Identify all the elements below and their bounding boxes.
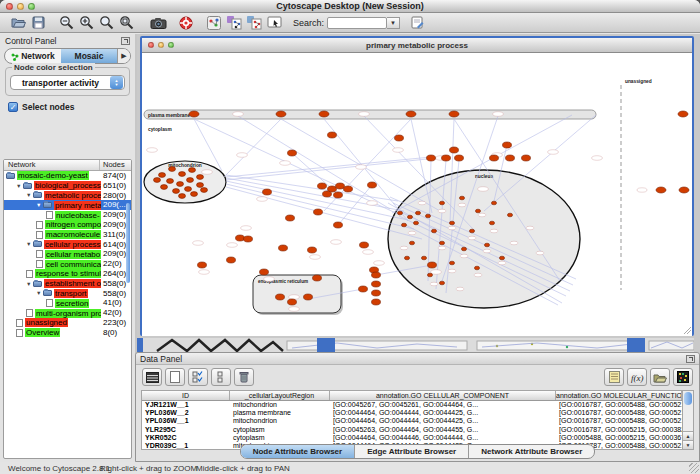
tree-scrollbar[interactable] [126,173,131,456]
tree-item-macromolecule[interactable]: macromolecule311(0) [4,230,131,240]
data-panel: Data Panel f(x) [135,352,700,462]
control-panel: Control Panel Network Mosaic ▶ Node colo… [0,34,137,462]
tree-body: mosaic-demo-yeast874(0)▼biological_proce… [4,171,131,338]
tree-header: Network Nodes [4,160,131,171]
table-row[interactable]: YKR052Ccytoplasm[GO:0044464, GO:0044446,… [142,434,682,442]
float-panel-icon[interactable] [686,355,695,363]
float-panel-icon[interactable] [121,37,130,45]
tree-item-overview[interactable]: Overview8(0) [4,328,131,338]
annotation-icon[interactable] [408,14,426,32]
column-header[interactable]: annotation.GO MOLECULAR_FUNCTION [556,391,682,400]
zoom-in-icon[interactable] [77,14,95,32]
select-nodes-checkbox[interactable]: ✓ [8,102,18,112]
import-attributes-icon[interactable] [650,368,670,386]
network-canvas[interactable]: plasma membranecytoplasmmitochondrionnuc… [142,53,692,336]
snapshot-icon[interactable] [149,14,167,32]
expand-arrow-icon[interactable]: ▼ [26,281,33,287]
table-row[interactable]: YPL036W__2plasma membrane[GO:0044464, GO… [142,409,682,417]
column-header[interactable]: _cellularLayoutRegion [230,391,330,400]
tree-item-primary-metabo[interactable]: ▼primary metabo209(... [4,200,131,210]
tab-network[interactable]: Network [5,49,61,63]
zoom-fit-icon[interactable] [97,14,115,32]
page-icon [36,250,43,258]
tree-item-transport[interactable]: ▼transport558(0) [4,289,131,299]
tree-item-secretion[interactable]: secretion41(0) [4,298,131,308]
tree-item-unassigned[interactable]: unassigned223(0) [4,318,131,328]
unselect-attributes-icon[interactable] [211,368,231,386]
table-cell: [GO:0016787, GO:0005488, GO:0005215, G..… [556,401,682,409]
tree-item-label: cellular metabo [45,250,101,259]
attribute-grid-icon[interactable] [142,368,162,386]
tree-col-network[interactable]: Network [4,160,100,170]
zoom-out-icon[interactable] [57,14,75,32]
delete-attribute-icon[interactable] [234,368,254,386]
unassigned-nodes [656,111,689,193]
group-legend: Node color selection [12,63,95,72]
page-icon [36,260,43,268]
create-view-icon[interactable] [265,14,283,32]
tree-item-biological-process[interactable]: ▼biological_process651(0) [4,181,131,191]
expand-arrow-icon[interactable]: ▼ [36,202,43,208]
tab-mosaic-label: Mosaic [75,51,104,61]
column-header[interactable]: ID [142,391,230,400]
attribute-list-icon[interactable] [604,368,624,386]
tab-edge-attribute-browser[interactable]: Edge Attribute Browser [354,445,468,458]
apply-layout-b-icon[interactable] [245,14,263,32]
open-session-icon[interactable] [9,14,27,32]
tree-item-establishment-of-lo[interactable]: ▼establishment of lo558(0) [4,279,131,289]
node-color-combobox[interactable]: transporter activity ▲▼ [10,75,125,90]
status-pan-hint: Middle-click + drag to PAN [196,464,290,473]
tree-item-metabolic-process[interactable]: ▼metabolic process280(0) [4,191,131,201]
table-row[interactable]: YPL036W__1mitochondrion[GO:0044464, GO:0… [142,417,682,425]
tab-node-attribute-browser[interactable]: Node Attribute Browser [241,445,355,458]
tab-overflow-icon[interactable]: ▶ [117,49,130,63]
network-window-titlebar[interactable]: primary metabolic process [142,38,692,53]
unassigned-label: unassigned [625,79,652,84]
search-label: Search: [293,18,324,28]
resize-grip[interactable] [689,463,699,473]
tab-mosaic[interactable]: Mosaic [61,49,117,63]
tree-item-multi-organism-pro[interactable]: multi-organism pro42(0) [4,308,131,318]
network-view-window: primary metabolic process plasma membran… [140,36,694,336]
network-desktop: primary metabolic process plasma membran… [137,34,700,462]
tree-item-nitrogen-compo[interactable]: nitrogen compo209(0) [4,220,131,230]
table-scrollbar[interactable]: ▲ ▼ [682,391,693,449]
select-attributes-icon[interactable] [188,368,208,386]
status-welcome: Welcome to Cytoscape 2.8.1 [8,464,110,473]
tree-item-cellular-process[interactable]: ▼cellular process614(0) [4,240,131,250]
expand-arrow-icon[interactable]: ▼ [26,241,33,247]
help-icon[interactable] [177,14,195,32]
column-header[interactable]: annotation.GO CELLULAR_COMPONENT [330,391,556,400]
expand-arrow-icon[interactable]: ▼ [16,183,23,189]
search-dropdown-icon[interactable]: ▼ [387,17,400,29]
tab-network-attribute-browser[interactable]: Network Attribute Browser [468,445,594,458]
folder-icon [33,241,42,247]
table-cell: [GO:0016787, GO:0005488, GO:0005215, G..… [556,409,682,417]
tree-item-mosaic-demo-yeast[interactable]: mosaic-demo-yeast874(0) [4,171,131,181]
tree-item-nucleobase-[interactable]: nucleobase-209(0) [4,210,131,220]
tree-item-cell-communicat[interactable]: cell communicat22(0) [4,259,131,269]
vizmapper-icon[interactable] [205,14,223,32]
cytoplasm-label: cytoplasm [148,127,172,132]
table-row[interactable]: YLR295Ccytoplasm[GO:0045263, GO:0044464,… [142,426,682,434]
scroll-up-icon[interactable]: ▲ [683,431,693,440]
tree-item-label: Overview [25,328,60,337]
apply-layout-a-icon[interactable] [225,14,243,32]
tree-item-cellular-metabo[interactable]: cellular metabo209(0) [4,249,131,259]
attribute-matrix-icon[interactable] [673,368,693,386]
function-builder-icon[interactable]: f(x) [627,368,647,386]
search-input[interactable] [327,17,387,29]
zoom-selected-region-icon[interactable] [117,14,135,32]
tree-col-nodes[interactable]: Nodes [100,160,131,170]
save-session-icon[interactable] [29,14,47,32]
tab-network-label: Network [21,51,55,61]
create-attribute-icon[interactable] [165,368,185,386]
tree-item-label: nucleobase- [55,211,101,220]
scrollbar-thumb[interactable] [684,392,692,405]
tree-item-label: cell communicat [45,260,104,269]
expand-arrow-icon[interactable]: ▼ [26,192,33,198]
tree-item-response-to-stimulu[interactable]: response to stimulu264(0) [4,269,131,279]
expand-arrow-icon[interactable]: ▼ [36,290,43,296]
table-row[interactable]: YJR121W__1mitochondrion[GO:0045267, GO:0… [142,401,682,409]
app-title: Cytoscape Desktop (New Session) [0,1,700,11]
